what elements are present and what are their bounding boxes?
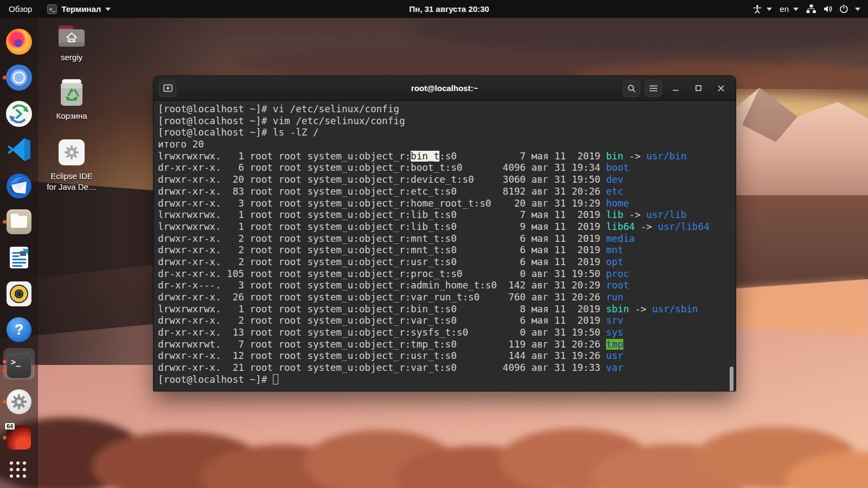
rhythmbox-icon <box>7 281 31 306</box>
terminal-headerbar[interactable]: root@localhost:~ <box>154 76 736 101</box>
chevron-down-icon <box>855 8 860 11</box>
app-menu-label: Терминал <box>61 4 101 14</box>
writer-icon <box>6 245 32 271</box>
chromium-icon <box>6 65 32 91</box>
running-indicator <box>3 400 7 404</box>
terminal-line: drwxr-xr-x. 26 root root system_u:object… <box>158 292 736 304</box>
thunderbird-icon <box>6 173 32 199</box>
desktop-icon-label: sergiy <box>42 52 101 63</box>
dock-item-firefox[interactable] <box>0 27 38 57</box>
terminal-line: lrwxrwxrwx. 1 root root system_u:object_… <box>158 151 736 163</box>
firefox-icon <box>6 29 32 55</box>
circular-arrows-icon <box>6 101 32 127</box>
terminal-line: [root@localhost ~]# vim /etc/selinux/con… <box>158 115 736 127</box>
dock: ? >_ <box>0 18 38 488</box>
running-indicator <box>3 220 7 224</box>
gear-icon <box>7 389 31 414</box>
terminal-line: lrwxrwxrwx. 1 root root system_u:object_… <box>158 209 736 221</box>
eclipse-launcher-icon <box>58 138 86 166</box>
terminal-line: [root@localhost ~]# ls -lZ / <box>158 127 736 139</box>
minimize-button[interactable] <box>666 80 685 97</box>
dock-item-chromium[interactable] <box>0 62 38 93</box>
accessibility-menu[interactable] <box>752 4 772 14</box>
running-indicator <box>3 359 7 363</box>
keyboard-layout-menu[interactable]: en <box>780 4 799 14</box>
terminal-prompt-line: [root@localhost ~]# <box>158 374 736 386</box>
terminal-line: lrwxrwxrwx. 1 root root system_u:object_… <box>158 221 736 233</box>
terminal-line: drwxr-xr-x. 3 root root system_u:object_… <box>158 198 736 210</box>
terminal-line: drwxr-xr-x. 21 root root system_u:object… <box>158 362 736 374</box>
terminal-output: [root@localhost ~]# vi /etc/selinux/conf… <box>158 104 736 374</box>
folder-front <box>11 216 27 228</box>
dock-item-vscode[interactable] <box>0 134 38 165</box>
network-wired-icon <box>806 4 816 14</box>
terminal-scrollbar-thumb[interactable] <box>730 367 733 391</box>
terminal-cursor <box>273 374 278 384</box>
dock-item-rhythmbox[interactable] <box>0 279 38 309</box>
terminal-line: [root@localhost ~]# vi /etc/selinux/conf… <box>158 104 736 115</box>
accessibility-icon <box>752 4 762 14</box>
home-folder-icon <box>56 23 87 48</box>
close-button[interactable] <box>712 80 730 97</box>
new-tab-button[interactable] <box>159 80 176 97</box>
chevron-down-icon <box>105 8 111 11</box>
speaker-icon <box>10 285 28 303</box>
system-status-menu[interactable] <box>806 4 860 14</box>
desktop-screen: Обзор >_ Терминал Пн, 31 августа 20:30 e… <box>0 0 868 488</box>
chevron-down-icon <box>793 8 799 11</box>
terminal-line: drwxr-xr-x. 12 root root system_u:object… <box>158 350 736 362</box>
dock-item-libreoffice-writer[interactable] <box>0 242 38 273</box>
terminal-line: dr-xr-x---. 3 root root system_u:object_… <box>158 280 736 292</box>
terminal-content[interactable]: [root@localhost ~]# vi /etc/selinux/conf… <box>154 101 736 391</box>
dock-item-files[interactable] <box>0 207 38 237</box>
terminal-line: drwxr-xr-x. 2 root root system_u:object_… <box>158 233 736 245</box>
chevron-down-icon <box>767 8 772 11</box>
dock-item-circular-arrows-app[interactable] <box>0 99 38 129</box>
trash-icon <box>56 78 87 106</box>
activities-button[interactable]: Обзор <box>0 0 41 18</box>
power-icon <box>839 4 848 14</box>
files-icon <box>7 209 31 234</box>
running-indicator <box>3 436 7 440</box>
clock-button[interactable]: Пн, 31 августа 20:30 <box>409 4 489 14</box>
terminal-line: lrwxrwxrwx. 1 root root system_u:object_… <box>158 304 736 316</box>
terminal-line: drwxr-xr-x. 2 root root system_u:object_… <box>158 315 736 327</box>
desktop-icon-label: Eclipse IDE for Java De… <box>42 171 101 192</box>
terminal-line: drwxr-xr-x. 20 root root system_u:object… <box>158 174 736 186</box>
desktop-icon-label: Корзина <box>42 111 101 121</box>
volume-icon <box>823 4 833 14</box>
dock-item-app-64[interactable]: 64 <box>0 422 38 453</box>
terminal-prompt: [root@localhost ~]# <box>158 374 273 385</box>
dock-item-terminal[interactable]: >_ <box>0 351 38 381</box>
vscode-icon <box>6 137 32 163</box>
dock-item-settings[interactable] <box>0 387 38 417</box>
terminal-line: drwxrwxrwt. 7 root root system_u:object_… <box>158 339 736 351</box>
desktop-icon-eclipse[interactable]: Eclipse IDE for Java De… <box>42 138 101 192</box>
dock-item-thunderbird[interactable] <box>0 171 38 201</box>
terminal-line: dr-xr-xr-x. 6 root root system_u:object_… <box>158 162 736 174</box>
desktop-icon-trash[interactable]: Корзина <box>42 78 101 121</box>
terminal-line: итого 20 <box>158 139 736 151</box>
search-button[interactable] <box>623 80 640 97</box>
terminal-line: drwxr-xr-x. 83 root root system_u:object… <box>158 186 736 198</box>
terminal-line: dr-xr-xr-x. 13 root root system_u:object… <box>158 327 736 339</box>
maximize-button[interactable] <box>689 80 707 97</box>
menu-button[interactable] <box>644 80 662 97</box>
terminal-line: dr-xr-xr-x. 105 root root system_u:objec… <box>158 268 736 280</box>
badge-64: 64 <box>4 422 15 430</box>
terminal-icon: >_ <box>7 354 31 378</box>
desktop-icon-home-folder[interactable]: sergiy <box>42 23 101 63</box>
terminal-window: root@localhost:~ <box>154 76 736 391</box>
terminal-app-icon: >_ <box>47 4 57 14</box>
dock-item-show-applications[interactable] <box>0 459 38 483</box>
dock-item-help[interactable]: ? <box>0 314 38 345</box>
keyboard-layout-label: en <box>780 4 789 14</box>
help-icon: ? <box>7 317 31 342</box>
top-bar: Обзор >_ Терминал Пн, 31 августа 20:30 e… <box>0 0 868 18</box>
terminal-line: drwxr-xr-x. 2 root root system_u:object_… <box>158 256 736 268</box>
app-menu[interactable]: >_ Терминал <box>41 0 117 18</box>
running-indicator <box>3 368 7 372</box>
app-grid-icon <box>10 461 28 480</box>
terminal-line: drwxr-xr-x. 2 root root system_u:object_… <box>158 245 736 256</box>
